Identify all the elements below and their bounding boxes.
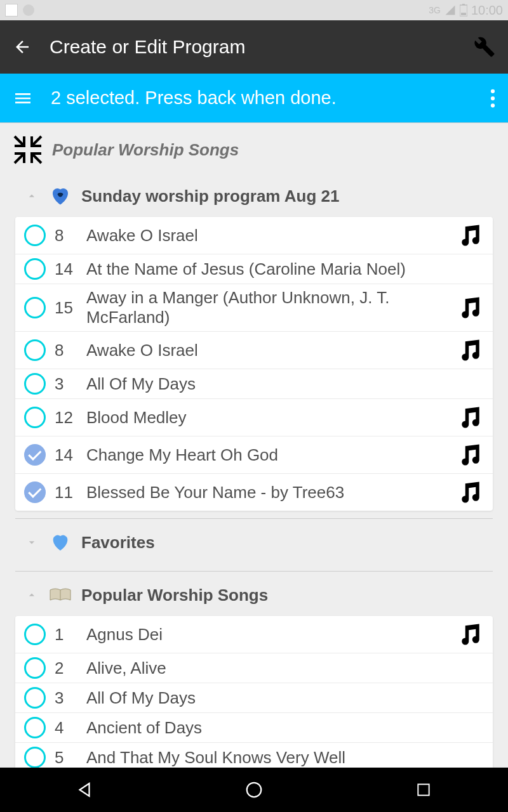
song-number: 14 (55, 259, 77, 279)
group-title: Popular Worship Songs (81, 586, 268, 605)
radio-unchecked-icon[interactable] (24, 747, 46, 768)
radio-unchecked-icon[interactable] (24, 258, 46, 280)
radio-unchecked-icon[interactable] (24, 657, 46, 679)
heart-hands-icon (48, 184, 72, 208)
svg-point-4 (491, 96, 495, 100)
song-number: 15 (55, 298, 77, 318)
nav-back-button[interactable] (72, 777, 97, 802)
song-title: Ancient of Days (86, 718, 485, 738)
song-item[interactable]: 12Blood Medley (15, 399, 493, 436)
song-item[interactable]: 14At the Name of Jesus (Caroline Maria N… (15, 254, 493, 284)
status-notification-icon (23, 4, 34, 16)
song-title: Blood Medley (86, 408, 447, 428)
music-note-icon[interactable] (456, 293, 485, 322)
divider (15, 571, 493, 572)
section-header: Popular Worship Songs (0, 123, 508, 175)
battery-icon (460, 4, 467, 16)
song-title: At the Name of Jesus (Caroline Maria Noe… (86, 259, 485, 279)
song-number: 4 (55, 718, 77, 738)
song-item[interactable]: 8Awake O Israel (15, 332, 493, 369)
page-title: Create or Edit Program (50, 36, 456, 58)
radio-unchecked-icon[interactable] (24, 624, 46, 645)
song-item[interactable]: 5And That My Soul Knows Very Well (15, 743, 493, 768)
nav-recent-button[interactable] (411, 777, 436, 802)
svg-point-7 (247, 783, 262, 797)
music-note-icon[interactable] (456, 403, 485, 432)
radio-unchecked-icon[interactable] (24, 297, 46, 318)
group-title: Favorites (81, 533, 155, 553)
radio-unchecked-icon[interactable] (24, 717, 46, 738)
song-item[interactable]: 3All Of My Days (15, 369, 493, 399)
song-item[interactable]: 15Away in a Manger (Author Unknown, J. T… (15, 284, 493, 332)
song-item[interactable]: 2Alive, Alive (15, 653, 493, 683)
music-note-icon[interactable] (456, 620, 485, 649)
song-item[interactable]: 4Ancient of Days (15, 713, 493, 743)
song-number: 11 (55, 483, 77, 502)
radio-unchecked-icon[interactable] (24, 225, 46, 246)
book-icon (48, 583, 72, 607)
selection-bar: 2 selected. Press back when done. (0, 74, 508, 123)
radio-unchecked-icon[interactable] (24, 687, 46, 709)
music-note-icon[interactable] (456, 221, 485, 250)
nav-home-button[interactable] (241, 777, 267, 802)
song-number: 8 (55, 226, 77, 246)
radio-unchecked-icon[interactable] (24, 373, 46, 395)
song-title: And That My Soul Knows Very Well (86, 748, 485, 768)
group-header[interactable]: Favorites (0, 521, 508, 563)
music-note-icon[interactable] (456, 336, 485, 365)
group-header[interactable]: Sunday worship program Aug 21 (0, 175, 508, 217)
song-item[interactable]: 8Awake O Israel (15, 217, 493, 254)
song-title: All Of My Days (86, 374, 485, 394)
song-number: 3 (55, 374, 77, 394)
song-number: 12 (55, 408, 77, 428)
song-number: 2 (55, 658, 77, 678)
divider (15, 518, 493, 519)
song-title: Blessed Be Your Name - by Tree63 (86, 483, 447, 502)
song-title: All Of My Days (86, 688, 485, 708)
song-number: 14 (55, 445, 77, 465)
song-title: Awake O Israel (86, 226, 447, 246)
music-note-icon[interactable] (456, 478, 485, 507)
song-list: 8Awake O Israel14At the Name of Jesus (C… (15, 217, 493, 511)
song-list: 1Agnus Dei2Alive, Alive3All Of My Days4A… (15, 616, 493, 768)
radio-unchecked-icon[interactable] (24, 339, 46, 361)
network-icon: 3G (429, 5, 441, 15)
svg-rect-2 (461, 13, 466, 15)
chevron-up-icon (24, 188, 39, 204)
status-time: 10:00 (471, 3, 503, 18)
group-header[interactable]: Popular Worship Songs (0, 574, 508, 616)
svg-rect-8 (418, 784, 429, 795)
song-item[interactable]: 1Agnus Dei (15, 616, 493, 653)
song-title: Awake O Israel (86, 341, 447, 360)
back-arrow-icon[interactable] (13, 37, 32, 56)
chevron-up-icon (24, 587, 39, 603)
collapse-all-icon[interactable] (13, 134, 43, 165)
song-item[interactable]: 11Blessed Be Your Name - by Tree63 (15, 474, 493, 511)
status-bar: 3G 10:00 (0, 0, 508, 20)
content-area: Popular Worship Songs Sunday worship pro… (0, 123, 508, 768)
song-number: 5 (55, 748, 77, 768)
song-number: 3 (55, 688, 77, 708)
song-title: Change My Heart Oh God (86, 445, 447, 465)
song-item[interactable]: 14Change My Heart Oh God (15, 436, 493, 474)
selection-status: 2 selected. Press back when done. (51, 88, 472, 108)
radio-checked-icon[interactable] (24, 444, 46, 466)
song-title: Agnus Dei (86, 625, 447, 645)
nav-bar (0, 768, 508, 812)
song-item[interactable]: 3All Of My Days (15, 683, 493, 713)
more-vert-icon[interactable] (490, 89, 495, 108)
radio-unchecked-icon[interactable] (24, 407, 46, 428)
signal-icon (444, 4, 456, 16)
svg-point-5 (491, 103, 495, 107)
chevron-down-icon (24, 535, 39, 550)
music-note-icon[interactable] (456, 440, 485, 469)
song-number: 8 (55, 341, 77, 360)
song-number: 1 (55, 625, 77, 645)
radio-checked-icon[interactable] (24, 481, 46, 503)
song-title: Away in a Manger (Author Unknown, J. T. … (86, 288, 447, 327)
svg-rect-1 (462, 4, 465, 5)
section-title: Popular Worship Songs (52, 140, 239, 160)
wrench-icon[interactable] (474, 36, 495, 58)
hamburger-icon[interactable] (13, 88, 33, 108)
group-title: Sunday worship program Aug 21 (81, 187, 339, 206)
